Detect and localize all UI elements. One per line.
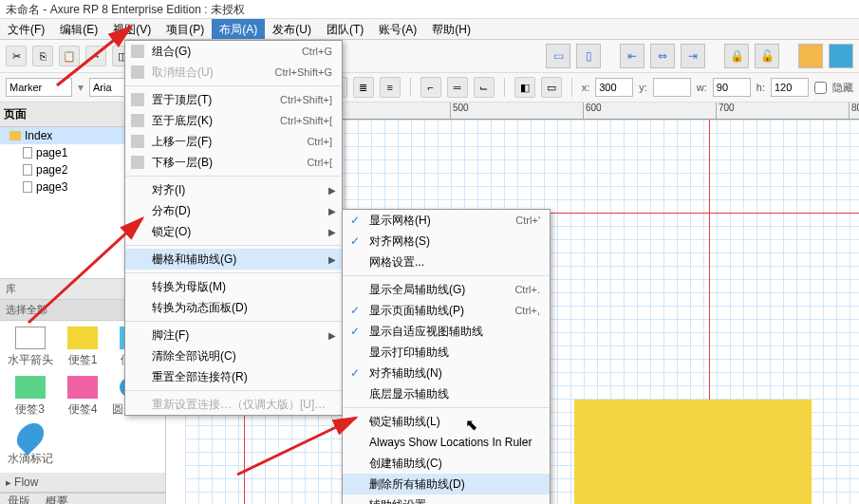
align-left-icon[interactable]: ⇤	[620, 44, 644, 68]
menu-0[interactable]: 文件(F)	[0, 19, 52, 39]
menu-shortcut: Ctrl+'	[515, 215, 540, 226]
menu-7[interactable]: 账号(A)	[371, 19, 424, 39]
menu-4[interactable]: 布局(A)	[212, 19, 265, 39]
shape-green-icon	[15, 376, 46, 399]
menu-item[interactable]: 组合(G)Ctrl+G	[125, 41, 342, 62]
x-input[interactable]	[595, 78, 633, 97]
check-icon: ✓	[350, 234, 360, 248]
align-height-icon[interactable]: ▯	[576, 44, 601, 68]
valign-top-icon[interactable]: ⌐	[420, 77, 441, 98]
align-center-icon[interactable]: ⇔	[650, 44, 675, 68]
w-input[interactable]	[713, 78, 751, 97]
lock-icon[interactable]: 🔒	[724, 44, 749, 68]
menu-1[interactable]: 编辑(E)	[52, 19, 105, 39]
menu-item[interactable]: 显示全局辅助线(G)Ctrl+.	[343, 279, 550, 300]
fill-icon[interactable]: ◧	[514, 77, 535, 98]
valign-mid-icon[interactable]: ═	[447, 77, 468, 98]
left-status: 母版 概要	[0, 493, 165, 504]
hidden-checkbox[interactable]	[814, 82, 827, 94]
menu-item-label: 网格设置...	[369, 254, 424, 271]
menu-item[interactable]: 显示打印辅助线	[343, 342, 550, 363]
align-width-icon[interactable]: ▭	[546, 44, 570, 68]
unlock-icon[interactable]: 🔓	[755, 44, 779, 68]
menu-5[interactable]: 发布(U)	[265, 19, 319, 39]
menu-separator	[343, 275, 550, 276]
font-family-input[interactable]	[6, 78, 72, 97]
y-label: y:	[639, 82, 647, 93]
menu-item[interactable]: 辅助线设置...	[343, 495, 550, 504]
menu-item-label: 显示页面辅助线(P)	[369, 303, 464, 319]
lib-item-arrow[interactable]: 水平箭头	[6, 327, 54, 368]
menu-glyph-icon	[131, 135, 144, 148]
menu-item-label: 创建辅助线(C)	[369, 456, 442, 472]
menu-item[interactable]: 分布(D)▶	[125, 200, 342, 221]
tool-paste-icon[interactable]: 📋	[59, 46, 80, 66]
menu-item[interactable]: 栅格和辅助线(G)▶	[125, 249, 342, 270]
border-icon[interactable]: ▭	[541, 77, 562, 98]
menu-item[interactable]: 重置全部连接符(R)	[125, 366, 342, 387]
menu-separator	[125, 176, 342, 177]
status-outline[interactable]: 概要	[46, 494, 68, 504]
menu-item[interactable]: 置于顶层(T)Ctrl+Shift+]	[125, 89, 342, 110]
menu-item[interactable]: ✓显示网格(H)Ctrl+'	[343, 210, 550, 231]
menu-item[interactable]: ✓对齐辅助线(N)	[343, 363, 550, 383]
palette1-icon[interactable]	[798, 44, 823, 68]
palette2-icon[interactable]	[829, 44, 853, 68]
menu-item[interactable]: 删除所有辅助线(D)	[343, 474, 550, 495]
menu-item[interactable]: 清除全部说明(C)	[125, 345, 342, 366]
menu-item[interactable]: Always Show Locations In Ruler	[343, 432, 550, 453]
submenu-arrow-icon: ▶	[328, 227, 336, 237]
text-align-center-icon[interactable]: ≣	[353, 77, 374, 98]
y-input[interactable]	[653, 78, 691, 97]
menu-item[interactable]: 网格设置...	[343, 252, 550, 272]
menu-item-label: 转换为母版(M)	[152, 279, 226, 295]
menu-item[interactable]: 上移一层(F)Ctrl+]	[125, 131, 342, 152]
align-right-icon[interactable]: ⇥	[681, 44, 705, 68]
tool-copy-icon[interactable]: ⎘	[32, 46, 53, 66]
lib-item-green[interactable]: 便签3	[6, 376, 54, 418]
menu-item[interactable]: 对齐(I)▶	[125, 179, 342, 200]
grid-guides-submenu: ✓显示网格(H)Ctrl+'✓对齐网格(S)网格设置...显示全局辅助线(G)C…	[342, 209, 551, 504]
menu-item-label: 显示网格(H)	[369, 213, 431, 229]
menu-8[interactable]: 帮助(H)	[424, 19, 478, 39]
menu-item[interactable]: 转换为母版(M)	[125, 276, 342, 297]
widget-rectangle[interactable]	[574, 400, 812, 504]
menu-shortcut: Ctrl+.	[514, 284, 540, 295]
menu-item[interactable]: 至于底层(K)Ctrl+Shift+[	[125, 110, 342, 131]
menu-item-label: 下移一层(B)	[152, 155, 213, 171]
menu-shortcut: Ctrl+Shift+G	[274, 66, 332, 78]
menu-item[interactable]: 锁定(O)▶	[125, 221, 342, 242]
check-icon: ✓	[350, 304, 360, 317]
status-master[interactable]: 母版	[8, 494, 30, 504]
menu-item-label: 锁定辅助线(L)	[369, 414, 440, 430]
check-icon: ✓	[350, 325, 360, 338]
menu-item[interactable]: 转换为动态面板(D)	[125, 297, 342, 318]
lib-item-yellow[interactable]: 便签1	[58, 327, 106, 368]
menu-item[interactable]: 创建辅助线(C)	[343, 453, 550, 474]
menu-item[interactable]: 锁定辅助线(L)	[343, 411, 550, 432]
check-icon: ✓	[350, 214, 360, 227]
lib-item-drop[interactable]: 水滴标记	[6, 425, 54, 467]
menu-3[interactable]: 项目(P)	[159, 19, 212, 39]
text-align-right-icon[interactable]: ≡	[380, 77, 401, 98]
lib-item-pink[interactable]: 便签4	[58, 376, 106, 418]
menu-item[interactable]: 底层显示辅助线	[343, 383, 550, 404]
tool-cut-icon[interactable]: ✂	[6, 46, 27, 66]
shape-yellow-icon	[67, 327, 98, 349]
menu-item[interactable]: 下移一层(B)Ctrl+[	[125, 152, 342, 173]
valign-bot-icon[interactable]: ⌙	[474, 77, 495, 98]
menu-item[interactable]: 脚注(F)▶	[125, 325, 342, 345]
h-input[interactable]	[771, 78, 809, 97]
tool-select-icon[interactable]: ↔	[85, 46, 106, 66]
pages-tab[interactable]: 页面	[4, 106, 27, 122]
menu-item: 重新设置连接…（仅调大版）[U]…	[125, 394, 342, 415]
menu-item[interactable]: ✓对齐网格(S)	[343, 231, 550, 252]
menu-item-label: 对齐辅助线(N)	[369, 365, 442, 382]
menu-6[interactable]: 团队(T)	[319, 19, 371, 39]
menu-2[interactable]: 视图(V)	[105, 19, 159, 39]
flow-section[interactable]: ▸ Flow	[0, 473, 165, 493]
arrange-menu: 组合(G)Ctrl+G取消组合(U)Ctrl+Shift+G置于顶层(T)Ctr…	[124, 40, 343, 416]
menu-item[interactable]: ✓显示页面辅助线(P)Ctrl+,	[343, 300, 550, 321]
menu-item[interactable]: ✓显示自适应视图辅助线	[343, 321, 550, 342]
page-icon	[23, 164, 32, 176]
